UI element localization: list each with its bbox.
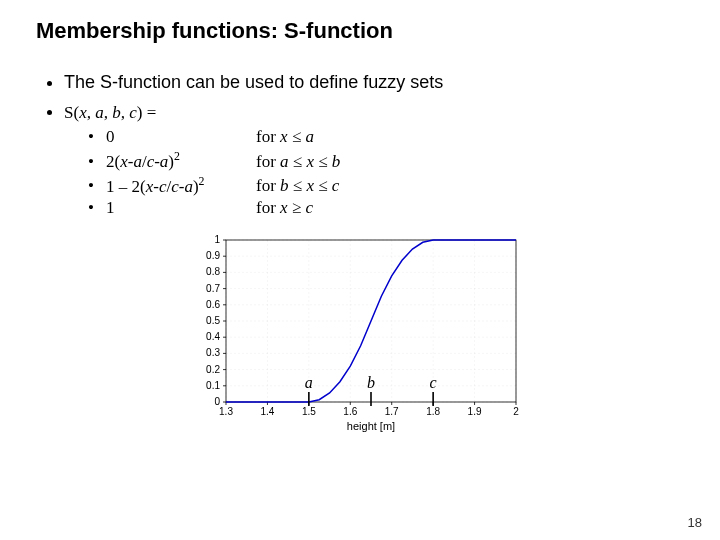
piece-row: •2(x-a/c-a)2for a ≤ x ≤ b (88, 149, 684, 172)
sfunction-chart: 00.10.20.30.40.50.60.70.80.911.31.41.51.… (186, 232, 526, 432)
svg-text:1.7: 1.7 (385, 406, 399, 417)
piece-row: •1 – 2(x-c/c-a)2for b ≤ x ≤ c (88, 174, 684, 197)
piecewise-list: •0for x ≤ a•2(x-a/c-a)2for a ≤ x ≤ b•1 –… (88, 127, 684, 218)
page-number: 18 (688, 515, 702, 530)
svg-text:height [m]: height [m] (347, 420, 395, 432)
definition-bullet: S(x, a, b, c) = •0for x ≤ a•2(x-a/c-a)2f… (64, 103, 684, 218)
svg-text:a: a (305, 374, 313, 391)
svg-text:1.6: 1.6 (343, 406, 357, 417)
svg-text:1.8: 1.8 (426, 406, 440, 417)
svg-text:0.6: 0.6 (206, 299, 220, 310)
svg-text:0.1: 0.1 (206, 380, 220, 391)
svg-text:1: 1 (214, 234, 220, 245)
svg-text:0.9: 0.9 (206, 251, 220, 262)
svg-text:1.3: 1.3 (219, 406, 233, 417)
svg-text:1.4: 1.4 (260, 406, 274, 417)
page-title: Membership functions: S-function (36, 18, 684, 44)
svg-text:1.9: 1.9 (468, 406, 482, 417)
svg-text:0.7: 0.7 (206, 283, 220, 294)
piece-row: •0for x ≤ a (88, 127, 684, 147)
chart-container: 00.10.20.30.40.50.60.70.80.911.31.41.51.… (186, 232, 684, 432)
svg-text:0.5: 0.5 (206, 315, 220, 326)
svg-text:0.3: 0.3 (206, 348, 220, 359)
svg-text:0.2: 0.2 (206, 364, 220, 375)
intro-bullet: The S-function can be used to define fuz… (64, 72, 684, 93)
func-def: S(x, a, b, c) = (64, 103, 156, 122)
svg-text:1.5: 1.5 (302, 406, 316, 417)
piece-row: •1for x ≥ c (88, 198, 684, 218)
svg-text:0.8: 0.8 (206, 267, 220, 278)
svg-text:c: c (430, 374, 437, 391)
svg-text:b: b (367, 374, 375, 391)
svg-text:0.4: 0.4 (206, 332, 220, 343)
svg-text:2: 2 (513, 406, 519, 417)
